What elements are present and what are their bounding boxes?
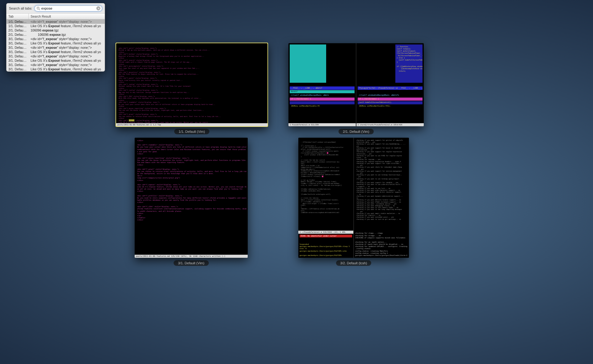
expose-tab-2-1[interactable]: __FILE__ , __LINE__ , aNotif #endif //[s… bbox=[288, 43, 424, 134]
thumbnail-caption: 2/1. Default (Vim) bbox=[339, 129, 373, 134]
code-block: // function. [self retain]; [self autore… bbox=[395, 44, 423, 83]
result-row[interactable]: 3/1. Default ...Like OS X's Exposé featu… bbox=[6, 67, 105, 71]
result-text: 106096 expose.tgz bbox=[29, 33, 105, 36]
expose-tab-3-1[interactable]: </div> <div id="f_readable" style="displ… bbox=[135, 138, 248, 266]
result-text: Like OS X's Exposé feature, iTerm2 shows… bbox=[29, 24, 105, 28]
result-row[interactable]: 2/1. Default ... 106096 expose.tgz bbox=[6, 32, 105, 37]
result-text: <div id="f_expose" style="display: none;… bbox=[29, 37, 105, 41]
code-line: [self hideFullScreenTabControl]; bbox=[358, 101, 423, 104]
expose-tab-1-1[interactable]: <div id="f_split" style="display: none;"… bbox=[116, 43, 267, 134]
result-text: Like OS X's Exposé feature, iTerm2 shows… bbox=[29, 59, 105, 62]
search-header: Search all tabs: ✕ bbox=[6, 3, 105, 13]
result-tab: 3/1. Default ... bbox=[6, 59, 29, 62]
result-tab: 3/1. Default ... bbox=[6, 63, 29, 67]
svg-line-1 bbox=[39, 9, 40, 10]
result-tab: 3/1. Default ... bbox=[6, 37, 29, 41]
result-tab: 1/1. Default ... bbox=[6, 20, 29, 23]
result-tab: 3/1. Default ... bbox=[6, 67, 29, 71]
result-row[interactable]: 3/1. Default ...<div id="f_expose" style… bbox=[6, 37, 105, 41]
result-row[interactable]: 2/1. Default ...106096 expose.tgz bbox=[6, 28, 105, 32]
menu-line: [NSMenu setMenuBarVisible:YE bbox=[290, 105, 355, 108]
if-fullscreen-line: if (_fullScreen) { bbox=[290, 98, 355, 101]
result-row[interactable]: 3/1. Default ...Like OS X's Exposé featu… bbox=[6, 58, 105, 63]
code-line bbox=[290, 101, 355, 104]
column-tab[interactable]: Tab bbox=[6, 14, 29, 19]
vim-status-bar: 1 ~/PseudoTerminal.m 519/2042 -(4), 1 48… bbox=[298, 231, 353, 234]
result-row[interactable]: 3/1. Default ...Like OS X's Exposé featu… bbox=[6, 50, 105, 54]
result-text: Like OS X's Exposé feature, iTerm2 shows… bbox=[29, 50, 105, 54]
terminal-window: __FILE__ , __LINE__ , aNotif #endif //[s… bbox=[288, 43, 424, 126]
left-pane: __FILE__ , __LINE__ , aNotif #endif //[s… bbox=[288, 43, 356, 126]
result-row[interactable]: 3/1. Default ...<div id="f_expose" style… bbox=[6, 45, 105, 50]
shell-prompts: Suspended georgen-macbookpro:/Users/geor… bbox=[300, 243, 352, 257]
error-line: E349: No identifier under cursor bbox=[300, 235, 352, 237]
result-row[interactable]: 1/1. Default ...<div id="f_expose" style… bbox=[6, 19, 105, 24]
result-row[interactable]: 3/1. Default ...<div id="f_expose" style… bbox=[6, 63, 105, 67]
search-panel: Search all tabs: ✕ Tab Search Result 1/1… bbox=[6, 3, 105, 72]
result-text: Like OS X's Exposé feature, iTerm2 shows… bbox=[29, 41, 105, 45]
result-tab: 3/1. Default ... bbox=[6, 41, 29, 45]
right-pane: checking if you want support for get/set… bbox=[353, 138, 409, 258]
result-text: <div id="f_expose" style="display: none;… bbox=[29, 54, 105, 58]
result-tab: 1/1. Default ... bbox=[6, 24, 29, 28]
right-pane: // function. [self retain]; [self autore… bbox=[356, 43, 424, 126]
clear-search-icon[interactable]: ✕ bbox=[96, 6, 100, 10]
results-header: Tab Search Result bbox=[6, 13, 105, 19]
terminal-content: </div> <div id="f_readable" style="displ… bbox=[135, 138, 248, 223]
thumbnail-caption: 3/1. Default (Vim) bbox=[174, 260, 208, 266]
results-list: 1/1. Default ...<div id="f_expose" style… bbox=[6, 19, 105, 71]
if-fullscreen-line: if (_fullScreen) { bbox=[358, 98, 423, 101]
terminal-window: <div id="f_split" style="display: none;"… bbox=[116, 43, 267, 126]
terminal-content: <div id="f_split" style="display: none;"… bbox=[116, 43, 267, 126]
left-pane: - (PTYWindow*)[self window] setLayoutNam… bbox=[298, 138, 353, 258]
menu-line: [NSMenu setMenuBarVisible:YES]; bbox=[358, 105, 423, 108]
vim-status-left: 1 PseudoTerminal.m 511/284 bbox=[288, 123, 356, 126]
code-content: - (PTYWindow*)[self window] setLayoutNam… bbox=[298, 138, 353, 215]
split-panes: - (PTYWindow*)[self window] setLayoutNam… bbox=[298, 138, 409, 258]
shell-prompts: checking for ctags... ctags checking for… bbox=[355, 232, 408, 257]
terminal-window: </div> <div id="f_readable" style="displ… bbox=[135, 138, 248, 258]
thumbnail-caption: 1/1. Default (Vim) bbox=[174, 129, 209, 134]
result-row[interactable]: 1/1. Default ...Like OS X's Exposé featu… bbox=[6, 24, 105, 28]
result-tab: 3/1. Default ... bbox=[6, 54, 29, 58]
result-text: 106096 expose.tgz bbox=[29, 28, 105, 32]
vim-status-bar: posts/2011-01-00-features.md 125/130 (67… bbox=[135, 255, 248, 258]
expose-tab-3-2[interactable]: - (PTYWindow*)[self window] setLayoutNam… bbox=[298, 138, 409, 266]
result-row[interactable]: 3/1. Default ...Like OS X's Exposé featu… bbox=[6, 41, 105, 45]
vim-status-bar: posts/2011-01-00-features.md [] 1,1 Top bbox=[116, 123, 267, 126]
comment-line: //[self windowDidResignMain: aNotifi bbox=[358, 94, 423, 97]
result-text: <div id="f_expose" style="display: none;… bbox=[29, 63, 105, 67]
file-line-bar: PtyLog(@"%s(%d):-[PseudoTerminal wi __FI… bbox=[358, 86, 423, 90]
terminal-window: - (PTYWindow*)[self window] setLayoutNam… bbox=[298, 138, 409, 258]
search-label: Search all tabs: bbox=[9, 6, 32, 10]
vim-status-right: 2 iterm2/trunk/PseudoTerminal.m 1814/426 bbox=[356, 123, 424, 126]
result-text: <div id="f_expose" style="display: none;… bbox=[29, 46, 105, 49]
search-icon bbox=[36, 6, 40, 10]
search-field[interactable]: ✕ bbox=[34, 5, 102, 11]
result-row[interactable]: 3/1. Default ...<div id="f_expose" style… bbox=[6, 54, 105, 58]
file-line-bar: __FILE__ , __LINE__ , aNotif bbox=[290, 86, 355, 90]
result-tab: 2/1. Default ... bbox=[6, 28, 29, 32]
search-input[interactable] bbox=[41, 6, 95, 10]
result-text: Like OS X's Exposé feature, iTerm2 shows… bbox=[29, 67, 105, 71]
result-tab: 2/1. Default ... bbox=[6, 33, 29, 36]
endif-line: #endif bbox=[290, 90, 355, 93]
column-result[interactable]: Search Result bbox=[29, 14, 105, 19]
split-panes: __FILE__ , __LINE__ , aNotif #endif //[s… bbox=[288, 43, 424, 126]
comment-line: //[self windowDidResignMain: aNoti bbox=[290, 94, 355, 97]
thumbnail-caption: 3/2. Default (tcsh) bbox=[336, 260, 372, 266]
result-text: <div id="f_expose" style="display: none;… bbox=[29, 20, 105, 23]
svg-point-0 bbox=[37, 7, 39, 9]
code-block bbox=[290, 44, 326, 83]
configure-output: checking if you want support for get/set… bbox=[354, 138, 409, 222]
result-tab: 3/1. Default ... bbox=[6, 50, 29, 54]
result-tab: 3/1. Default ... bbox=[6, 46, 29, 49]
